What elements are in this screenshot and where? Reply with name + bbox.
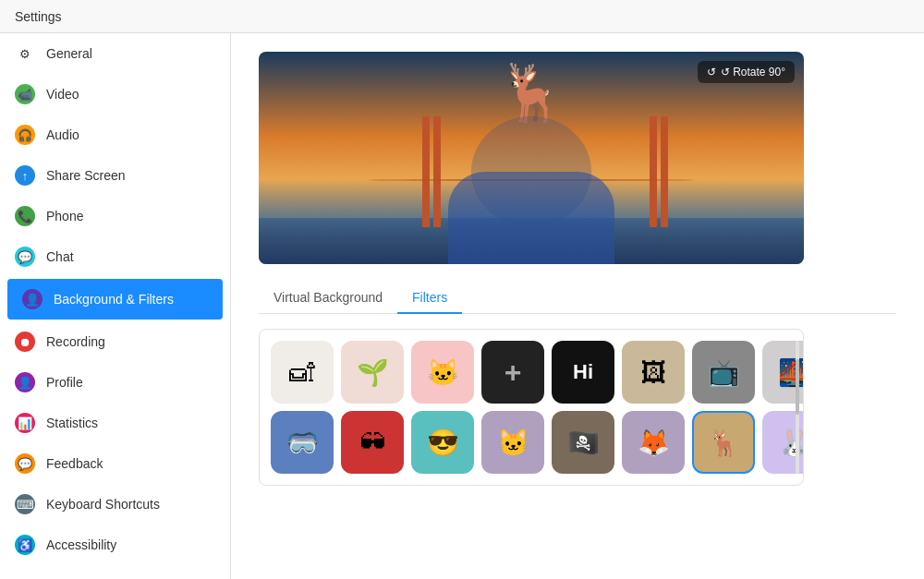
filter-pirate[interactable]: 🏴‍☠️: [552, 411, 614, 474]
profile-icon: 👤: [15, 372, 35, 392]
sidebar-label-general: General: [46, 46, 92, 61]
rotate-button[interactable]: ↺ ↺ Rotate 90°: [698, 61, 795, 83]
sidebar-label-accessibility: Accessibility: [46, 537, 116, 552]
statistics-icon: 📊: [15, 413, 35, 433]
filters-container: 🛋🌱🐱+Hi🖼📺🌉🥽🕶😎🐱🏴‍☠️🦊🦌🐰: [259, 329, 804, 486]
sidebar-item-share-screen[interactable]: ↑Share Screen: [0, 155, 230, 196]
feedback-icon: 💬: [15, 453, 35, 474]
filter-fox[interactable]: 🦊: [622, 411, 685, 474]
filter-deer[interactable]: 🦌: [692, 411, 755, 474]
general-icon: ⚙: [15, 43, 35, 64]
phone-icon: 📞: [15, 206, 35, 226]
filter-plant[interactable]: 🌱: [341, 341, 404, 404]
video-icon: 📹: [15, 84, 35, 104]
filter-3d-glasses[interactable]: 🕶: [341, 411, 404, 474]
rotate-label: ↺ Rotate 90°: [721, 66, 785, 78]
video-preview: 🦌 ↺ ↺ Rotate 90°: [259, 52, 804, 264]
sidebar-label-share-screen: Share Screen: [46, 168, 126, 183]
sidebar-item-background-filters[interactable]: 👤Background & Filters: [7, 279, 223, 320]
sidebar-item-feedback[interactable]: 💬Feedback: [0, 443, 230, 484]
filter-add[interactable]: +: [481, 341, 544, 404]
sidebar-label-background-filters: Background & Filters: [54, 292, 174, 307]
filter-cat2[interactable]: 🐱: [481, 411, 544, 474]
filters-grid: 🛋🌱🐱+Hi🖼📺🌉🥽🕶😎🐱🏴‍☠️🦊🦌🐰: [271, 341, 792, 474]
title-bar: Settings: [0, 0, 924, 33]
main-container: ⚙General📹Video🎧Audio↑Share Screen📞Phone💬…: [0, 33, 924, 579]
filter-tv[interactable]: 📺: [692, 341, 755, 404]
sidebar-label-chat: Chat: [46, 249, 74, 264]
sidebar-item-statistics[interactable]: 📊Statistics: [0, 403, 230, 443]
sidebar-item-accessibility[interactable]: ♿Accessibility: [0, 525, 230, 565]
sidebar-label-profile: Profile: [46, 375, 83, 390]
sidebar-item-phone[interactable]: 📞Phone: [0, 196, 230, 236]
body-overlay: [448, 172, 614, 264]
sidebar-item-audio[interactable]: 🎧Audio: [0, 115, 230, 155]
filter-cool[interactable]: 😎: [411, 411, 474, 474]
filter-hi[interactable]: Hi: [552, 341, 614, 404]
sidebar: ⚙General📹Video🎧Audio↑Share Screen📞Phone💬…: [0, 33, 231, 579]
scrollbar-track: [796, 341, 799, 474]
share-screen-icon: ↑: [15, 165, 35, 186]
sidebar-label-keyboard-shortcuts: Keyboard Shortcuts: [46, 497, 160, 512]
sidebar-item-keyboard-shortcuts[interactable]: ⌨Keyboard Shortcuts: [0, 484, 230, 525]
title-bar-label: Settings: [15, 9, 62, 24]
person-silhouette: 🦌: [411, 61, 651, 264]
sidebar-label-phone: Phone: [46, 209, 83, 223]
tab-filters[interactable]: Filters: [397, 283, 462, 314]
tab-virtual-background[interactable]: Virtual Background: [259, 283, 397, 314]
sidebar-item-profile[interactable]: 👤Profile: [0, 362, 230, 403]
filter-vr[interactable]: 🥽: [271, 411, 334, 474]
keyboard-shortcuts-icon: ⌨: [15, 494, 35, 514]
sidebar-label-recording: Recording: [46, 334, 105, 349]
filter-pink[interactable]: 🐱: [411, 341, 474, 404]
scrollbar-thumb[interactable]: [796, 359, 799, 415]
sidebar-item-general[interactable]: ⚙General: [0, 33, 230, 74]
bridge-tower-right: [661, 116, 668, 227]
sidebar-label-statistics: Statistics: [46, 416, 98, 430]
recording-icon: ⏺: [15, 332, 35, 352]
filter-none[interactable]: 🛋: [271, 341, 334, 404]
rotate-icon: ↺: [707, 66, 716, 78]
sidebar-label-audio: Audio: [46, 127, 79, 142]
accessibility-icon: ♿: [15, 535, 35, 555]
filter-portrait[interactable]: 🖼: [622, 341, 685, 404]
sidebar-item-recording[interactable]: ⏺Recording: [0, 321, 230, 362]
sidebar-label-feedback: Feedback: [46, 456, 103, 471]
audio-icon: 🎧: [15, 125, 35, 145]
sidebar-label-video: Video: [46, 87, 79, 102]
tabs-row: Virtual BackgroundFilters: [259, 283, 896, 314]
sidebar-item-video[interactable]: 📹Video: [0, 74, 230, 115]
background-filters-icon: 👤: [22, 289, 43, 309]
content-area: 🦌 ↺ ↺ Rotate 90° Virtual BackgroundFilte…: [231, 33, 924, 579]
sidebar-item-chat[interactable]: 💬Chat: [0, 236, 230, 277]
chat-icon: 💬: [15, 247, 35, 267]
